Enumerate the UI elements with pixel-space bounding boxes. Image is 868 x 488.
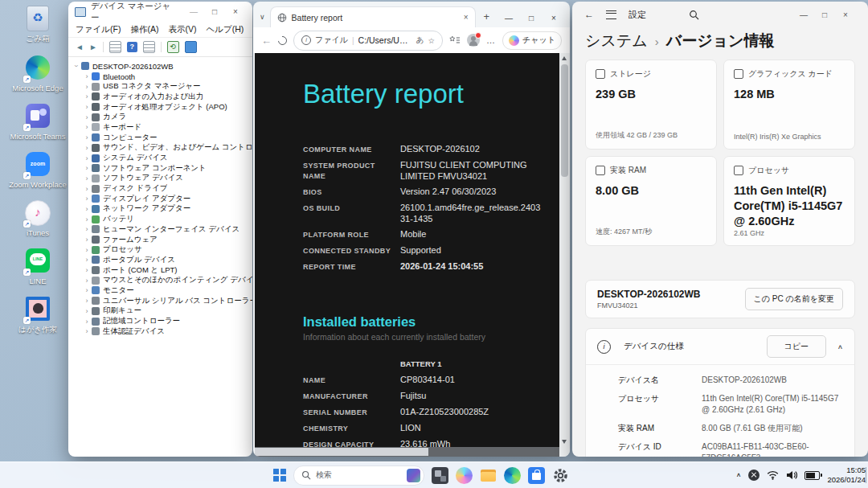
desktop-icon-line[interactable]: ↗ LINE: [6, 248, 69, 285]
tree-item[interactable]: › コンピューター: [72, 133, 252, 143]
help-icon[interactable]: ?: [127, 42, 137, 52]
forward-icon[interactable]: ►: [89, 43, 97, 51]
minimize-button[interactable]: —: [793, 10, 814, 19]
breadcrumb-system[interactable]: システム: [585, 31, 648, 51]
expand-icon[interactable]: ›: [83, 133, 91, 141]
expand-icon[interactable]: ›: [83, 246, 91, 254]
list-icon[interactable]: [109, 41, 121, 53]
tree-item[interactable]: › 印刷キュー: [72, 306, 252, 317]
file-explorer-button[interactable]: [480, 467, 497, 484]
volume-icon[interactable]: [786, 470, 797, 480]
minimize-button[interactable]: —: [183, 7, 204, 16]
tree-root[interactable]: › DESKTOP-2026102WB: [72, 61, 252, 72]
expand-icon[interactable]: ›: [83, 277, 91, 285]
tab-battery-report[interactable]: Battery report ×: [270, 6, 476, 27]
expand-icon[interactable]: ›: [83, 103, 91, 111]
tree-item[interactable]: › プロセッサ: [72, 244, 252, 255]
desktop-icon-itunes[interactable]: ♪↗ iTunes: [6, 200, 69, 237]
close-button[interactable]: ×: [835, 10, 856, 19]
tree-item[interactable]: › ディスプレイ アダプター: [72, 194, 252, 204]
tree-item[interactable]: › ソフトウェア デバイス: [72, 174, 252, 184]
expand-icon[interactable]: ›: [83, 215, 91, 223]
scroll-up-icon[interactable]: [562, 56, 567, 60]
battery-icon[interactable]: [805, 471, 820, 480]
desktop-icon-teams[interactable]: ↗ Microsoft Teams: [6, 104, 69, 141]
expand-icon[interactable]: ›: [83, 174, 91, 182]
search-icon[interactable]: [689, 10, 699, 20]
tree-item[interactable]: › ネットワーク アダプター: [72, 204, 252, 215]
tree-item[interactable]: › 生体認証デバイス: [72, 326, 252, 337]
wifi-icon[interactable]: [767, 470, 779, 480]
address-bar[interactable]: i ファイル | C:/Users/USER/battery... あ ☆: [293, 31, 443, 51]
tree-item[interactable]: › USB コネクタ マネージャー: [72, 81, 252, 92]
menu-item[interactable]: 表示(V): [168, 24, 196, 35]
vertical-scrollbar[interactable]: [559, 53, 570, 447]
scan-hardware-icon[interactable]: ⟲: [167, 41, 179, 53]
taskbar-clock[interactable]: 15:05 2026/01/24: [827, 465, 866, 486]
menu-item[interactable]: 操作(A): [130, 24, 158, 35]
task-view-button[interactable]: [432, 467, 448, 484]
expand-icon[interactable]: ›: [83, 164, 91, 172]
chevron-up-icon[interactable]: ∧: [837, 343, 843, 351]
scrollbar-thumb[interactable]: [255, 448, 428, 456]
close-button[interactable]: ×: [225, 7, 246, 16]
close-button[interactable]: ×: [542, 14, 565, 23]
tree-item[interactable]: › ファームウェア: [72, 235, 252, 245]
expand-icon[interactable]: ›: [83, 318, 91, 326]
device-manager-titlebar[interactable]: デバイス マネージャー — □ ×: [68, 2, 252, 22]
scrollbar-thumb[interactable]: [561, 64, 568, 177]
tree-item[interactable]: › カメラ: [72, 112, 252, 122]
settings-button[interactable]: [552, 467, 569, 484]
desktop-icon-recycle-bin[interactable]: ♻ ごみ箱: [6, 5, 69, 44]
back-icon[interactable]: ←: [261, 35, 272, 47]
expand-icon[interactable]: ›: [83, 154, 91, 162]
maximize-button[interactable]: □: [520, 14, 542, 23]
expand-icon[interactable]: ›: [83, 307, 91, 315]
tree-item[interactable]: › キーボード: [72, 122, 252, 133]
edge-button[interactable]: [504, 467, 521, 484]
expand-icon[interactable]: ›: [83, 123, 91, 131]
tab-actions-icon[interactable]: ∨: [260, 13, 265, 21]
copilot-chat-button[interactable]: チャット: [502, 31, 562, 50]
taskbar-search[interactable]: 検索: [293, 465, 424, 486]
tray-status-icon[interactable]: [748, 470, 760, 481]
tree-item[interactable]: › オーディオの入力および出力: [72, 92, 252, 102]
expand-icon[interactable]: ›: [83, 297, 91, 305]
tree-item[interactable]: › ポータブル デバイス: [72, 255, 252, 265]
expand-icon[interactable]: ›: [83, 195, 91, 203]
more-options-icon[interactable]: …: [486, 35, 496, 45]
desktop-icon-zoom[interactable]: zoom↗ Zoom Workplace: [6, 152, 69, 189]
tree-item[interactable]: › ユニバーサル シリアル バス コントローラー: [72, 296, 252, 306]
tree-item[interactable]: › システム デバイス: [72, 153, 252, 163]
translate-icon[interactable]: あ: [416, 35, 424, 46]
microsoft-store-button[interactable]: [528, 467, 545, 484]
copy-button[interactable]: コピー: [767, 335, 826, 358]
menu-item[interactable]: ファイル(F): [76, 24, 121, 35]
rename-pc-button[interactable]: この PC の名前を変更: [745, 288, 843, 310]
expand-icon[interactable]: ›: [83, 83, 91, 91]
tree-item[interactable]: › Bluetooth: [72, 72, 252, 82]
reload-icon[interactable]: [276, 34, 289, 46]
tree-item[interactable]: › バッテリ: [72, 214, 252, 224]
tree-item[interactable]: › ヒューマン インターフェイス デバイス: [72, 224, 252, 235]
page-info-icon[interactable]: i: [301, 35, 311, 45]
expand-icon[interactable]: ›: [83, 286, 91, 294]
expand-icon[interactable]: ›: [83, 92, 91, 100]
tree-item[interactable]: › オーディオ処理オブジェクト (APO): [72, 102, 252, 113]
back-icon[interactable]: ←: [584, 9, 594, 20]
minimize-button[interactable]: —: [497, 14, 520, 23]
tab-close-icon[interactable]: ×: [464, 13, 469, 22]
favorites-list-icon[interactable]: [449, 35, 461, 45]
maximize-button[interactable]: □: [204, 7, 225, 16]
expand-icon[interactable]: ›: [83, 72, 91, 80]
expand-icon[interactable]: ›: [83, 225, 91, 233]
tree-item[interactable]: › マウスとそのほかのポインティング デバイス: [72, 275, 252, 285]
maximize-button[interactable]: □: [814, 10, 835, 19]
expand-icon[interactable]: ›: [83, 185, 91, 193]
tree-item[interactable]: › モニター: [72, 285, 252, 296]
desktop-icon-edge[interactable]: ↗ Microsoft Edge: [6, 55, 69, 92]
expand-icon[interactable]: ›: [83, 205, 91, 213]
expand-icon[interactable]: ›: [83, 236, 91, 244]
menu-item[interactable]: ヘルプ(H): [206, 24, 244, 35]
scroll-down-icon[interactable]: [562, 440, 567, 444]
